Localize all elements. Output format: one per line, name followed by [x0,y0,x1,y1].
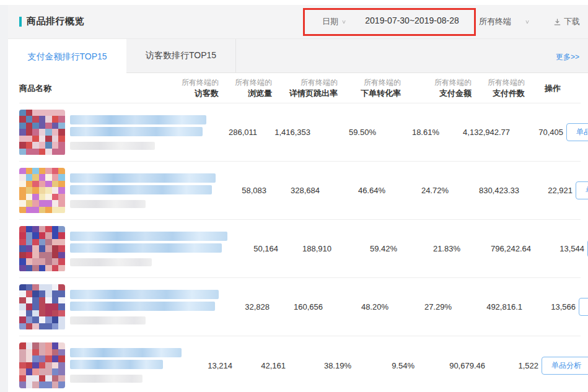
product-image-redacted [19,110,65,155]
chevron-down-icon: ∨ [525,19,530,25]
payment-items-value: 1,522 [485,361,538,370]
product-image-redacted [19,342,65,388]
product-cell[interactable] [19,284,219,330]
product-title-line2 [70,360,163,369]
col-header-action: 操作 [525,83,581,94]
product-cell[interactable] [19,168,216,214]
visitors-value: 13,214 [182,361,232,370]
page-left-gutter [0,5,8,392]
product-title-line2 [70,302,215,311]
panel-title-wrap: 商品排行概览 [19,15,84,27]
download-label: 下载 [564,16,580,27]
bounce-rate-value: 38.19% [286,361,351,370]
conversion-rate-value: 18.61% [376,128,439,137]
panel-title: 商品排行概览 [27,15,84,27]
product-title-line1 [70,232,227,241]
product-title-line1 [70,348,182,357]
single-item-analysis-button[interactable]: 单品分析 [542,357,588,375]
payment-amount-value: 4,132,942.77 [439,128,510,137]
product-title-line1 [70,290,219,299]
pageviews-value: 188,910 [278,244,331,253]
single-item-analysis-button[interactable]: 单品分析 [566,123,588,141]
product-title-redacted [70,232,227,266]
visitors-value: 286,011 [206,128,257,137]
payment-items-value: 22,921 [519,186,573,195]
table-row: 58,083 328,684 46.64% 24.72% 830,423.33 … [19,162,581,220]
conversion-rate-value: 9.54% [351,361,415,370]
product-cell[interactable] [19,110,206,155]
table-row: 13,214 42,161 38.19% 9.54% 90,679.46 1,5… [19,336,581,392]
bounce-rate-value: 59.42% [331,244,397,253]
pageviews-value: 1,416,353 [257,128,310,137]
col-header-conversion-rate: 所有终端的 下单转化率 [338,77,401,98]
product-subtitle-line [70,316,146,324]
payment-items-value: 70,405 [510,128,563,137]
title-accent-bar [19,17,22,27]
product-title-line2 [70,127,203,136]
table-row: 32,828 160,656 48.20% 27.29% 492,816.1 1… [19,278,581,336]
conversion-rate-value: 24.72% [385,186,449,195]
col-header-pageviews: 所有终端的 浏览量 [219,77,272,98]
visitors-value: 32,828 [219,302,270,311]
product-image-redacted [19,226,65,272]
tab-payment-ranking[interactable]: 支付金额排行TOP15 [8,39,126,74]
conversion-rate-value: 27.29% [388,302,452,311]
pageviews-value: 328,684 [266,186,320,195]
payment-items-value: 13,566 [522,302,576,311]
product-title-redacted [70,290,219,324]
terminal-filter-value: 所有终端 [479,16,511,27]
product-cell[interactable] [19,342,182,388]
bounce-rate-value: 46.64% [320,186,385,195]
more-link[interactable]: 更多>> [556,52,579,63]
table-row: 286,011 1,416,353 59.50% 18.61% 4,132,94… [19,103,581,162]
download-icon [553,18,561,26]
bounce-rate-value: 48.20% [323,302,388,311]
chevron-down-icon: ∨ [341,19,346,25]
product-subtitle-line [70,200,146,208]
visitors-value: 58,083 [216,186,266,195]
product-image-redacted [19,168,65,214]
date-filter-dropdown[interactable]: 日期 ∨ [322,16,346,27]
product-subtitle-line [70,258,152,266]
product-title-redacted [70,115,206,150]
bounce-rate-value: 59.50% [310,128,376,137]
table-row: 50,164 188,910 59.42% 21.83% 796,242.64 … [19,220,581,278]
col-header-payment-amount: 所有终端的 支付金额 [401,77,472,98]
table-body: 286,011 1,416,353 59.50% 18.61% 4,132,94… [8,103,588,392]
product-subtitle-line [70,375,143,383]
table-header-row: 商品名称 所有终端的 访客数 所有终端的 浏览量 所有终端的 详情页跳出率 所有… [19,73,581,103]
product-title-line1 [70,173,216,183]
payment-amount-value: 830,423.33 [449,186,519,195]
conversion-rate-value: 21.83% [397,244,460,253]
visitors-value: 50,164 [227,244,278,253]
product-title-redacted [70,348,182,383]
product-title-line1 [70,115,206,124]
product-title-redacted [70,173,216,208]
col-header-visitors: 所有终端的 访客数 [168,77,219,98]
pageviews-value: 160,656 [270,302,323,311]
pageviews-value: 42,161 [232,361,286,370]
col-header-bounce-rate: 所有终端的 详情页跳出率 [272,77,338,98]
col-header-product: 商品名称 [19,83,168,94]
product-title-line2 [70,243,222,253]
product-cell[interactable] [19,226,227,272]
product-title-line2 [70,185,212,194]
product-ranking-panel: 商品排行概览 日期 ∨ 2019-07-30~2019-08-28 所有终端 ∨… [8,5,588,392]
product-image-redacted [19,284,65,330]
payment-amount-value: 492,816.1 [452,302,522,311]
date-filter-label: 日期 [322,16,338,27]
product-subtitle-line [70,142,155,150]
single-item-analysis-button[interactable]: 单品分析 [576,181,588,199]
payment-amount-value: 90,679.46 [415,361,485,370]
tab-bar: 支付金额排行TOP15 访客数排行TOP15 更多>> [8,38,588,73]
terminal-filter-dropdown[interactable]: 所有终端 ∨ [479,16,530,27]
panel-header: 商品排行概览 日期 ∨ 2019-07-30~2019-08-28 所有终端 ∨… [8,5,588,38]
download-button[interactable]: 下载 [553,16,580,27]
col-header-payment-items: 所有终端的 支付件数 [472,77,525,98]
date-range-value[interactable]: 2019-07-30~2019-08-28 [350,15,474,25]
payment-items-value: 13,544 [531,244,584,253]
single-item-analysis-button[interactable]: 单品分析 [579,298,588,316]
payment-amount-value: 796,242.64 [460,244,531,253]
tab-visitor-ranking[interactable]: 访客数排行TOP15 [126,39,236,72]
